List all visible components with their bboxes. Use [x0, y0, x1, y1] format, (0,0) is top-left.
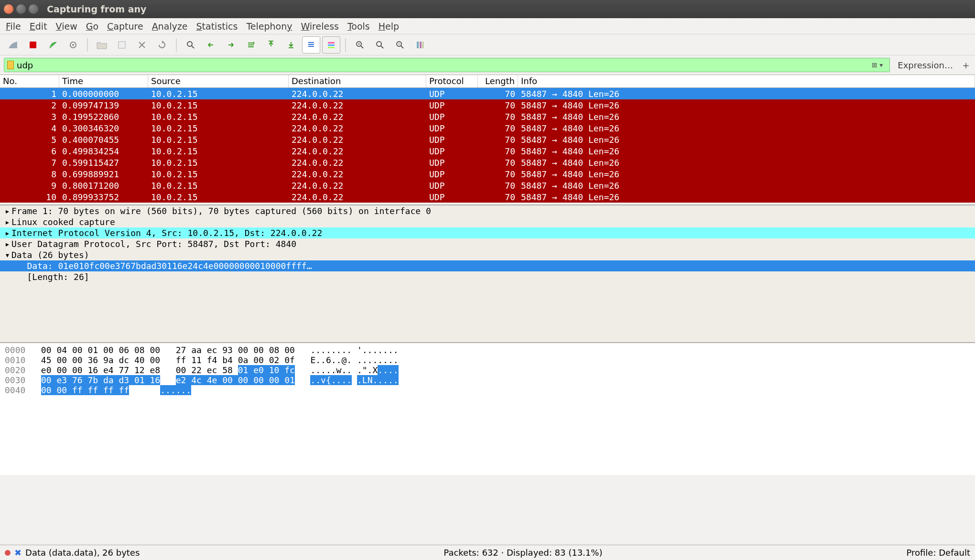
open-file-icon[interactable] — [93, 36, 111, 54]
menu-capture[interactable]: Capture — [107, 21, 143, 32]
packet-row[interactable]: 100.89993375210.0.2.15224.0.0.22UDP70 58… — [0, 191, 975, 203]
col-info[interactable]: Info — [518, 75, 975, 87]
col-dest[interactable]: Destination — [289, 75, 426, 87]
toolbar — [0, 34, 975, 55]
display-filter-field[interactable]: ⊠ ▾ — [4, 58, 890, 72]
col-no[interactable]: No. — [0, 75, 59, 87]
svg-rect-9 — [328, 44, 335, 46]
zoom-in-icon[interactable] — [351, 36, 369, 54]
menu-help[interactable]: Help — [379, 21, 399, 32]
shark-fin-icon[interactable] — [4, 36, 22, 54]
svg-rect-8 — [328, 42, 335, 43]
stop-capture-icon[interactable] — [24, 36, 42, 54]
menu-wireless[interactable]: Wireless — [301, 21, 339, 32]
menu-view[interactable]: View — [56, 21, 77, 32]
statusbar: ✖ Data (data.data), 26 bytes Packets: 63… — [0, 545, 975, 560]
maximize-icon[interactable] — [29, 4, 38, 14]
svg-rect-3 — [119, 42, 125, 48]
col-protocol[interactable]: Protocol — [426, 75, 478, 87]
go-last-icon[interactable] — [282, 36, 300, 54]
svg-line-12 — [361, 46, 363, 48]
zoom-reset-icon[interactable] — [371, 36, 389, 54]
hex-row[interactable]: 0000 00 04 00 01 00 06 08 00 27 aa ec 93… — [5, 345, 970, 355]
packet-row[interactable]: 60.49983425410.0.2.15224.0.0.22UDP70 584… — [0, 145, 975, 157]
svg-point-2 — [72, 44, 74, 46]
menu-statistics[interactable]: Statistics — [196, 21, 238, 32]
svg-point-15 — [377, 42, 381, 46]
capture-options-icon[interactable] — [64, 36, 82, 54]
cancel-icon[interactable]: ✖ — [14, 548, 22, 558]
packet-row[interactable]: 10.00000000010.0.2.15224.0.0.22UDP70 584… — [0, 88, 975, 99]
svg-rect-22 — [422, 42, 423, 48]
packet-details[interactable]: ▸Frame 1: 70 bytes on wire (560 bits), 7… — [0, 205, 975, 342]
packet-row[interactable]: 30.19952286010.0.2.15224.0.0.22UDP70 584… — [0, 111, 975, 122]
hex-row[interactable]: 0010 45 00 00 36 9a dc 40 00 ff 11 f4 b4… — [5, 355, 970, 365]
go-forward-icon[interactable] — [222, 36, 240, 54]
packet-row[interactable]: 50.40007045510.0.2.15224.0.0.22UDP70 584… — [0, 134, 975, 145]
svg-rect-10 — [328, 47, 335, 48]
menu-telephony[interactable]: Telephony — [246, 21, 292, 32]
tree-data-value[interactable]: Data: 01e010fc00e3767bdad30116e24c4e0000… — [0, 260, 975, 271]
menu-tools[interactable]: Tools — [347, 21, 370, 32]
go-back-icon[interactable] — [202, 36, 220, 54]
window-title: Capturing from any — [47, 4, 146, 14]
col-source[interactable]: Source — [148, 75, 289, 87]
display-filter-input[interactable] — [17, 60, 868, 70]
svg-line-18 — [401, 46, 403, 48]
bookmark-icon[interactable] — [7, 61, 14, 69]
tree-linux-cooked[interactable]: ▸Linux cooked capture — [0, 216, 975, 227]
zoom-out-icon[interactable] — [391, 36, 409, 54]
auto-scroll-icon[interactable] — [302, 36, 320, 54]
packet-list-header[interactable]: No. Time Source Destination Protocol Len… — [0, 75, 975, 88]
expert-info-icon[interactable] — [5, 550, 11, 556]
menu-analyze[interactable]: Analyze — [152, 21, 188, 32]
col-length[interactable]: Length — [478, 75, 518, 87]
save-file-icon[interactable] — [113, 36, 131, 54]
svg-rect-21 — [420, 42, 422, 48]
packet-row[interactable]: 70.59911542710.0.2.15224.0.0.22UDP70 584… — [0, 157, 975, 168]
colorize-icon[interactable] — [322, 36, 340, 54]
add-filter-button[interactable]: + — [961, 60, 971, 70]
separator — [87, 38, 88, 52]
titlebar: Capturing from any — [0, 0, 975, 18]
tree-udp[interactable]: ▸User Datagram Protocol, Src Port: 58487… — [0, 238, 975, 249]
reload-icon[interactable] — [153, 36, 171, 54]
minimize-icon[interactable] — [16, 4, 26, 14]
menu-go[interactable]: Go — [86, 21, 98, 32]
clear-filter-icon[interactable]: ⊠ ▾ — [868, 61, 887, 69]
resize-columns-icon[interactable] — [411, 36, 429, 54]
svg-line-5 — [192, 46, 194, 48]
status-left-text: Data (data.data), 26 bytes — [25, 548, 140, 558]
tree-data[interactable]: ▾Data (26 bytes) — [0, 249, 975, 260]
hex-row[interactable]: 0040 00 00 ff ff ff ff ...... — [5, 385, 970, 395]
find-icon[interactable] — [182, 36, 200, 54]
menu-file[interactable]: File — [6, 21, 21, 32]
restart-capture-icon[interactable] — [44, 36, 62, 54]
svg-line-16 — [381, 46, 383, 48]
status-packets: Packets: 632 · Displayed: 83 (13.1%) — [444, 548, 602, 558]
filter-bar: ⊠ ▾ Expression… + — [0, 55, 975, 75]
menubar: File Edit View Go Capture Analyze Statis… — [0, 18, 975, 34]
separator — [345, 38, 346, 52]
go-first-icon[interactable] — [262, 36, 280, 54]
packet-list[interactable]: 10.00000000010.0.2.15224.0.0.22UDP70 584… — [0, 88, 975, 205]
hex-row[interactable]: 0030 00 e3 76 7b da d3 01 16 e2 4c 4e 00… — [5, 375, 970, 385]
packet-row[interactable]: 40.30034632010.0.2.15224.0.0.22UDP70 584… — [0, 122, 975, 134]
go-to-packet-icon[interactable] — [242, 36, 260, 54]
tree-data-length[interactable]: [Length: 26] — [0, 271, 975, 282]
expression-button[interactable]: Expression… — [893, 58, 958, 72]
close-icon[interactable] — [4, 4, 13, 14]
status-profile[interactable]: Profile: Default — [906, 548, 970, 558]
menu-edit[interactable]: Edit — [30, 21, 47, 32]
packet-row[interactable]: 80.69988992110.0.2.15224.0.0.22UDP70 584… — [0, 168, 975, 180]
svg-rect-20 — [417, 42, 419, 48]
hex-row[interactable]: 0020 e0 00 00 16 e4 77 12 e8 00 22 ec 58… — [5, 365, 970, 375]
separator — [176, 38, 177, 52]
tree-ip[interactable]: ▸Internet Protocol Version 4, Src: 10.0.… — [0, 227, 975, 238]
close-file-icon[interactable] — [133, 36, 151, 54]
packet-row[interactable]: 90.80017120010.0.2.15224.0.0.22UDP70 584… — [0, 180, 975, 191]
col-time[interactable]: Time — [59, 75, 148, 87]
tree-frame[interactable]: ▸Frame 1: 70 bytes on wire (560 bits), 7… — [0, 205, 975, 216]
packet-row[interactable]: 20.09974713910.0.2.15224.0.0.22UDP70 584… — [0, 99, 975, 111]
packet-bytes[interactable]: 0000 00 04 00 01 00 06 08 00 27 aa ec 93… — [0, 342, 975, 475]
